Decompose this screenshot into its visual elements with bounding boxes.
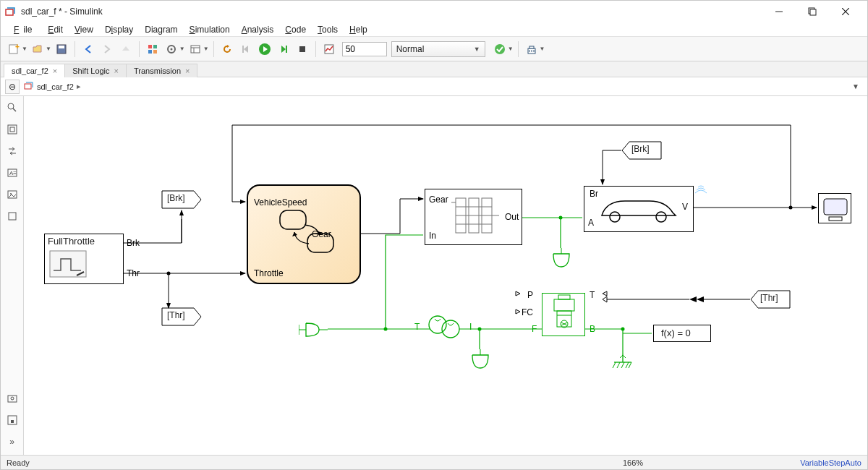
maximize-button[interactable] <box>802 4 822 19</box>
tab-shift-logic[interactable]: Shift Logic × <box>64 64 127 77</box>
simulink-model-icon <box>24 81 34 93</box>
menu-code[interactable]: Code <box>281 23 310 36</box>
close-tab-icon[interactable]: × <box>114 67 119 75</box>
status-zoom: 166% <box>623 458 643 467</box>
svg-point-78 <box>621 328 625 331</box>
menu-edit[interactable]: Edit <box>43 23 67 36</box>
swap-tool-icon[interactable] <box>5 144 20 158</box>
model-config-caret-icon[interactable]: ▼ <box>179 46 185 52</box>
menu-simulation[interactable]: Simulation <box>185 23 234 36</box>
data-inspector-button[interactable] <box>320 40 338 58</box>
close-button[interactable] <box>835 4 856 19</box>
build-caret-icon[interactable]: ▼ <box>540 46 545 52</box>
breadcrumb-hide-button[interactable]: ⊖ <box>5 80 20 94</box>
breadcrumb-overflow-button[interactable]: ▼ <box>848 80 863 94</box>
svg-rect-26 <box>529 46 534 48</box>
open-button[interactable] <box>29 40 46 58</box>
minimize-button[interactable] <box>769 4 789 19</box>
svg-text:A≡: A≡ <box>9 170 17 176</box>
checkmark-caret-icon[interactable]: ▼ <box>508 46 514 52</box>
breadcrumb[interactable]: sdl_car_f2 ▸ <box>24 81 81 93</box>
model-explorer-button[interactable] <box>187 40 204 58</box>
model-config-button[interactable] <box>163 40 180 58</box>
step-back-button[interactable] <box>237 40 255 58</box>
svg-point-41 <box>11 397 14 400</box>
document-tabs: sdl_car_f2 × Shift Logic × Transmission … <box>1 61 867 77</box>
nav-back-button[interactable] <box>80 40 97 58</box>
svg-line-32 <box>13 108 16 111</box>
svg-rect-13 <box>153 50 157 54</box>
svg-rect-33 <box>8 125 17 134</box>
nav-up-button[interactable] <box>117 40 135 58</box>
wires <box>24 96 867 455</box>
close-tab-icon[interactable]: × <box>53 67 57 75</box>
save-button[interactable] <box>53 40 70 58</box>
breadcrumb-root: sdl_car_f2 <box>37 82 74 91</box>
menu-help[interactable]: Help <box>345 23 372 36</box>
stop-button[interactable] <box>294 40 311 58</box>
simulation-mode-label: Normal <box>396 44 425 54</box>
tab-label: sdl_car_f2 <box>12 67 48 75</box>
svg-rect-12 <box>148 50 152 54</box>
svg-text:+: + <box>15 43 20 51</box>
image-tool-icon[interactable] <box>5 187 20 202</box>
tab-sdl-car-f2[interactable]: sdl_car_f2 × <box>4 64 65 77</box>
menu-diagram[interactable]: Diagram <box>140 23 182 36</box>
svg-point-76 <box>384 328 388 331</box>
new-model-caret-icon[interactable]: ▼ <box>22 46 27 52</box>
viewmark-tool-icon[interactable] <box>5 209 20 223</box>
menu-display[interactable]: Display <box>101 23 137 36</box>
svg-point-15 <box>170 48 172 50</box>
expand-palette-icon[interactable]: » <box>5 435 20 449</box>
screenshot-tool-icon[interactable] <box>5 391 20 406</box>
simulink-app-icon <box>5 6 17 17</box>
palette: A≡ » <box>1 96 24 455</box>
menu-file[interactable]: File <box>9 23 41 36</box>
svg-rect-3 <box>810 9 816 15</box>
svg-rect-34 <box>10 127 14 132</box>
svg-rect-0 <box>6 9 13 15</box>
run-button[interactable] <box>256 40 273 58</box>
svg-rect-16 <box>191 46 200 53</box>
chevron-down-icon: ▼ <box>474 46 480 53</box>
svg-rect-9 <box>59 46 64 48</box>
tab-label: Shift Logic <box>72 67 109 75</box>
new-model-button[interactable]: + <box>5 40 22 58</box>
menu-analysis[interactable]: Analysis <box>237 23 278 36</box>
fast-restart-button[interactable] <box>218 40 236 58</box>
close-tab-icon[interactable]: × <box>185 67 190 75</box>
step-forward-button[interactable] <box>275 40 292 58</box>
build-button[interactable] <box>523 40 540 58</box>
svg-rect-11 <box>153 45 157 48</box>
main-toolbar: + ▼ ▼ ▼ ▼ Normal ▼ ▼ ▼ <box>1 37 867 61</box>
simulation-mode-select[interactable]: Normal ▼ <box>391 41 485 57</box>
status-ready: Ready <box>7 458 30 467</box>
svg-rect-30 <box>25 84 31 89</box>
open-caret-icon[interactable]: ▼ <box>46 46 51 52</box>
chevron-right-icon: ▸ <box>77 82 81 91</box>
svg-rect-22 <box>299 46 305 52</box>
window-title: sdl_car_f * - Simulink <box>21 7 769 17</box>
library-browser-button[interactable] <box>144 40 161 58</box>
svg-point-24 <box>495 44 505 54</box>
fit-view-icon[interactable] <box>5 122 20 137</box>
status-bar: Ready 166% VariableStepAuto <box>1 455 867 469</box>
svg-rect-10 <box>148 45 152 48</box>
checkmark-button[interactable] <box>491 40 509 58</box>
tab-transmission[interactable]: Transmission × <box>126 64 197 77</box>
model-explorer-caret-icon[interactable]: ▼ <box>203 46 209 52</box>
zoom-tool-icon[interactable] <box>5 101 20 115</box>
nav-forward-button[interactable] <box>98 40 116 58</box>
svg-rect-40 <box>8 396 17 402</box>
stop-time-input[interactable] <box>342 42 387 56</box>
tab-label: Transmission <box>134 67 181 75</box>
svg-rect-43 <box>11 420 14 423</box>
svg-point-31 <box>8 103 14 109</box>
diagram-canvas[interactable]: FullThrottle Brk Thr [Brk] [Thr] <box>24 96 867 455</box>
record-tool-icon[interactable] <box>5 413 20 427</box>
menu-tools[interactable]: Tools <box>313 23 342 36</box>
annotate-tool-icon[interactable]: A≡ <box>5 166 20 180</box>
status-solver[interactable]: VariableStepAuto <box>800 458 861 467</box>
breadcrumb-bar: ⊖ sdl_car_f2 ▸ ▼ <box>1 77 867 96</box>
menu-view[interactable]: View <box>70 23 98 36</box>
